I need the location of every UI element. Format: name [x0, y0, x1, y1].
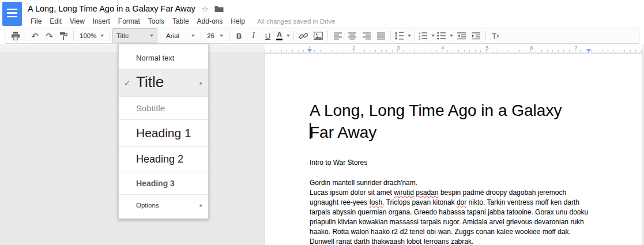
docs-app-icon-lines — [7, 9, 17, 19]
ruler-number: 3 — [397, 45, 400, 51]
menu-file[interactable]: File — [27, 16, 46, 27]
print-button[interactable] — [8, 29, 22, 43]
style-option-normal-text[interactable]: Normal text — [119, 47, 208, 69]
zoom-select[interactable]: 100% — [76, 29, 107, 43]
toolbar-separator — [229, 31, 229, 41]
chevron-down-icon — [450, 35, 453, 37]
increase-indent-button[interactable] — [469, 29, 483, 43]
underline-button[interactable]: U — [261, 29, 275, 43]
save-status: All changes saved in Drive — [257, 18, 336, 25]
paint-format-button[interactable] — [57, 29, 71, 43]
left-indent-marker[interactable] — [307, 49, 312, 52]
doc-heading-title[interactable]: A Long, Long Time Ago in a Galaxy Far Aw… — [310, 100, 589, 144]
insert-image-button[interactable] — [311, 29, 325, 43]
align-center-button[interactable] — [345, 29, 359, 43]
toolbar-separator — [160, 31, 160, 41]
toolbar-separator — [390, 31, 391, 41]
ruler-number: 6 — [530, 45, 533, 51]
menu-tools[interactable]: Tools — [144, 16, 168, 27]
style-option-heading-2[interactable]: Heading 2 — [119, 147, 208, 172]
chevron-down-icon — [100, 35, 104, 37]
style-option-subtitle[interactable]: Subtitle — [119, 97, 208, 119]
right-indent-marker[interactable] — [586, 49, 591, 52]
chevron-down-icon — [220, 35, 223, 37]
numbered-list-button[interactable]: 123 — [417, 29, 436, 43]
toolbar-separator — [110, 31, 110, 41]
chevron-down-icon — [431, 35, 435, 37]
menu-insert[interactable]: Insert — [89, 16, 114, 27]
text-color-swatch — [276, 39, 283, 40]
toolbar-separator — [485, 31, 486, 41]
toolbar-separator — [415, 31, 415, 41]
ruler: 1234567 — [0, 44, 644, 53]
line-spacing-button[interactable] — [393, 29, 412, 43]
toolbar-separator — [327, 31, 328, 41]
ruler-number: 7 — [574, 45, 577, 51]
chevron-down-icon — [191, 35, 195, 37]
toolbar-separator — [73, 31, 74, 41]
toolbar-separator — [201, 31, 201, 41]
clear-formatting-button[interactable]: Tx — [488, 29, 503, 43]
align-justify-button[interactable] — [374, 29, 388, 43]
ruler-number: 4 — [441, 45, 444, 51]
menu-table[interactable]: Table — [168, 16, 193, 27]
doc-paragraph[interactable]: Lucas ipsum dolor sit amet wirutid psada… — [310, 188, 589, 245]
bulleted-list-button[interactable] — [436, 29, 454, 43]
menu-view[interactable]: View — [66, 16, 89, 27]
align-right-button[interactable] — [359, 29, 374, 43]
font-select[interactable]: Arial — [163, 29, 198, 43]
decrease-indent-button[interactable] — [454, 29, 469, 43]
style-option-title[interactable]: ✓ Title ► — [119, 69, 208, 96]
chevron-down-icon — [287, 35, 290, 37]
menu-bar: File Edit View Insert Format Tools Table… — [27, 16, 335, 27]
menu-edit[interactable]: Edit — [46, 16, 66, 27]
toolbar-separator — [25, 31, 25, 41]
style-option-heading-1[interactable]: Heading 1 — [119, 120, 208, 146]
style-option-heading-3[interactable]: Heading 3 — [119, 172, 208, 194]
docs-app-icon[interactable] — [2, 2, 22, 26]
folder-icon[interactable] — [214, 5, 224, 13]
style-menu-options[interactable]: Options ► — [119, 195, 208, 216]
page[interactable]: A Long, Long Time Ago in a Galaxy Far Aw… — [265, 53, 642, 245]
doc-paragraph[interactable]: Gordin mantell sunrider drach'nam. — [310, 178, 589, 188]
bold-button[interactable]: B — [232, 29, 246, 43]
svg-text:3: 3 — [419, 37, 420, 40]
paragraph-style-select[interactable]: Title — [112, 28, 157, 43]
doc-subtitle[interactable]: Intro to War Stores — [310, 159, 589, 167]
undo-button[interactable]: ↶ — [28, 29, 42, 43]
toolbar: ↶ ↷ 100% Title Arial 26 B I U A — [5, 28, 639, 44]
ruler-number: 2 — [352, 45, 355, 51]
align-left-button[interactable] — [330, 29, 345, 43]
document-title[interactable]: A Long, Long Time Ago in a Galaxy Far Aw… — [28, 4, 195, 13]
submenu-arrow-icon: ► — [199, 80, 204, 85]
menu-help[interactable]: Help — [227, 16, 249, 27]
ruler-number: 5 — [485, 45, 488, 51]
header: A Long, Long Time Ago in a Galaxy Far Aw… — [0, 0, 644, 28]
ruler-ticks — [265, 50, 642, 52]
insert-link-button[interactable] — [296, 29, 311, 43]
paragraph-style-menu: Normal text ✓ Title ► Subtitle Heading 1… — [118, 44, 209, 219]
chevron-down-icon — [150, 35, 153, 37]
menu-addons[interactable]: Add-ons — [193, 16, 227, 27]
check-icon: ✓ — [124, 78, 130, 87]
redo-button[interactable]: ↷ — [42, 29, 57, 43]
document-canvas: A Long, Long Time Ago in a Galaxy Far Aw… — [0, 53, 644, 245]
font-size-select[interactable]: 26 — [204, 29, 227, 43]
text-color-button[interactable]: A — [275, 29, 291, 43]
star-icon[interactable]: ☆ — [201, 5, 209, 13]
chevron-down-icon — [408, 35, 411, 37]
toolbar-separator — [293, 31, 294, 41]
text-cursor — [310, 123, 311, 139]
menu-format[interactable]: Format — [114, 16, 144, 27]
italic-button[interactable]: I — [246, 29, 261, 43]
submenu-arrow-icon: ► — [199, 203, 204, 208]
